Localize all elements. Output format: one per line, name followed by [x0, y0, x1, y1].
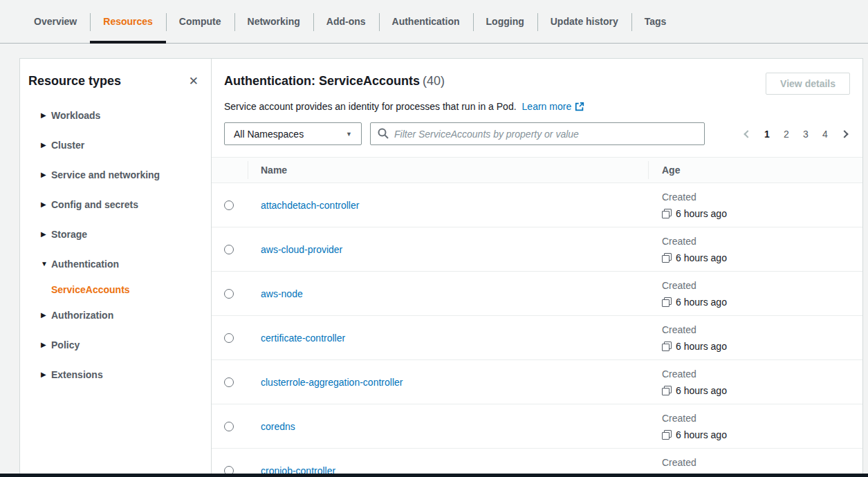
sidebar-item-label: Workloads: [51, 110, 100, 121]
sidebar-item-label: Authorization: [51, 310, 113, 321]
external-link-icon: [575, 102, 584, 111]
copy-icon[interactable]: [662, 342, 672, 351]
created-label: Created: [662, 454, 862, 471]
serviceaccount-link[interactable]: aws-cloud-provider: [261, 244, 342, 255]
resources-split-panel: Resource types ✕ ▶ Workloads ▶ Cluster ▶…: [19, 58, 863, 474]
tab-resources[interactable]: Resources: [90, 0, 166, 43]
tab-overview[interactable]: Overview: [21, 0, 90, 43]
serviceaccount-link[interactable]: certificate-controller: [261, 333, 345, 344]
caret-right-icon: ▶: [41, 200, 51, 208]
bottom-window-edge: [0, 474, 868, 477]
pagination: 1 2 3 4: [742, 129, 850, 140]
chevron-down-icon: ▼: [346, 131, 352, 138]
namespace-filter-value: All Namespaces: [234, 129, 304, 140]
sidebar-item-policy[interactable]: ▶ Policy: [28, 330, 200, 359]
sidebar-item-label: Service and networking: [51, 169, 160, 180]
search-icon: [378, 128, 389, 139]
tab-tags[interactable]: Tags: [631, 0, 680, 43]
sidebar-item-label: Storage: [51, 229, 87, 240]
created-label: Created: [662, 410, 862, 427]
row-radio-button[interactable]: [224, 200, 234, 210]
column-header-name: Name: [248, 165, 648, 176]
caret-right-icon: ▶: [41, 230, 51, 238]
tab-update-history[interactable]: Update history: [537, 0, 631, 43]
tab-logging[interactable]: Logging: [473, 0, 537, 43]
sidebar-item-label: Extensions: [51, 369, 103, 380]
filter-input[interactable]: [370, 122, 705, 145]
created-label: Created: [662, 277, 862, 294]
copy-icon[interactable]: [662, 297, 672, 307]
serviceaccount-link[interactable]: coredns: [261, 421, 295, 432]
age-value: 6 hours ago: [676, 338, 727, 355]
learn-more-link[interactable]: Learn more: [522, 101, 585, 112]
page-number-2[interactable]: 2: [777, 129, 796, 140]
sidebar-item-authorization[interactable]: ▶ Authorization: [28, 300, 200, 330]
row-radio-button[interactable]: [224, 422, 234, 431]
table-row: aws-node Created 6 hours ago: [212, 272, 862, 316]
age-value: 6 hours ago: [676, 382, 727, 399]
table-row: cronjob-controller Created 6 hours ago: [212, 449, 862, 474]
serviceaccounts-panel: Authentication: ServiceAccounts(40) View…: [212, 59, 862, 474]
page-number-4[interactable]: 4: [815, 129, 835, 140]
panel-description: Service account provides an identity for…: [224, 101, 517, 112]
row-radio-button[interactable]: [224, 377, 234, 387]
age-value: 6 hours ago: [676, 205, 727, 222]
row-radio-button[interactable]: [224, 333, 234, 343]
caret-right-icon: ▶: [41, 141, 51, 149]
sidebar-item-extensions[interactable]: ▶ Extensions: [28, 359, 200, 389]
close-icon[interactable]: ✕: [187, 74, 200, 88]
page-number-3[interactable]: 3: [796, 129, 815, 140]
created-label: Created: [662, 233, 862, 250]
tab-compute[interactable]: Compute: [166, 0, 234, 43]
sidebar-item-service-and-networking[interactable]: ▶ Service and networking: [28, 160, 200, 189]
serviceaccount-link[interactable]: cronjob-controller: [261, 465, 335, 475]
age-value: 6 hours ago: [676, 294, 727, 310]
serviceaccounts-table: Name Age attachdetach-controller Created…: [212, 157, 862, 474]
copy-icon[interactable]: [662, 253, 672, 263]
table-row: certificate-controller Created 6 hours a…: [212, 316, 862, 360]
page-number-1[interactable]: 1: [757, 129, 777, 140]
tab-authentication[interactable]: Authentication: [379, 0, 473, 43]
caret-right-icon: ▶: [41, 341, 51, 348]
row-radio-button[interactable]: [224, 245, 234, 254]
table-row: clusterrole-aggregation-controller Creat…: [212, 360, 862, 404]
tab-bar: Overview Resources Compute Networking Ad…: [0, 0, 868, 44]
serviceaccount-link[interactable]: clusterrole-aggregation-controller: [261, 377, 403, 388]
resource-types-sidebar: Resource types ✕ ▶ Workloads ▶ Cluster ▶…: [20, 59, 212, 474]
row-radio-button[interactable]: [224, 289, 234, 299]
sidebar-item-authentication[interactable]: ▼ Authentication: [28, 249, 200, 279]
copy-icon[interactable]: [662, 209, 672, 218]
created-label: Created: [662, 189, 862, 205]
caret-down-icon: ▼: [41, 260, 51, 268]
sidebar-subitem-label: ServiceAccounts: [51, 284, 130, 295]
tab-networking[interactable]: Networking: [234, 0, 313, 43]
sidebar-item-workloads[interactable]: ▶ Workloads: [28, 100, 200, 130]
sidebar-item-serviceaccounts[interactable]: ServiceAccounts: [28, 279, 200, 300]
table-row: coredns Created 6 hours ago: [212, 404, 862, 449]
previous-page-icon[interactable]: [744, 130, 751, 138]
sidebar-item-label: Config and secrets: [51, 199, 138, 210]
view-details-button[interactable]: View details: [766, 73, 850, 95]
namespace-filter-dropdown[interactable]: All Namespaces ▼: [224, 122, 362, 145]
age-value: 6 hours ago: [676, 427, 727, 443]
caret-right-icon: ▶: [41, 311, 51, 319]
result-count: (40): [423, 74, 445, 88]
sidebar-item-cluster[interactable]: ▶ Cluster: [28, 130, 200, 160]
serviceaccount-link[interactable]: aws-node: [261, 288, 303, 299]
tab-add-ons[interactable]: Add-ons: [313, 0, 379, 43]
sidebar-title: Resource types: [28, 74, 121, 88]
sidebar-item-config-and-secrets[interactable]: ▶ Config and secrets: [28, 189, 200, 219]
next-page-icon[interactable]: [840, 130, 848, 138]
sidebar-item-label: Authentication: [51, 259, 119, 270]
table-row: aws-cloud-provider Created 6 hours ago: [212, 227, 862, 272]
serviceaccount-link[interactable]: attachdetach-controller: [261, 200, 359, 211]
sidebar-item-label: Cluster: [51, 140, 84, 151]
table-row: attachdetach-controller Created 6 hours …: [212, 183, 862, 227]
copy-icon[interactable]: [662, 430, 672, 440]
sidebar-item-label: Policy: [51, 339, 80, 350]
caret-right-icon: ▶: [41, 171, 51, 178]
copy-icon[interactable]: [662, 386, 672, 395]
age-value: 6 hours ago: [676, 250, 727, 266]
column-header-age: Age: [648, 165, 862, 176]
sidebar-item-storage[interactable]: ▶ Storage: [28, 219, 200, 249]
